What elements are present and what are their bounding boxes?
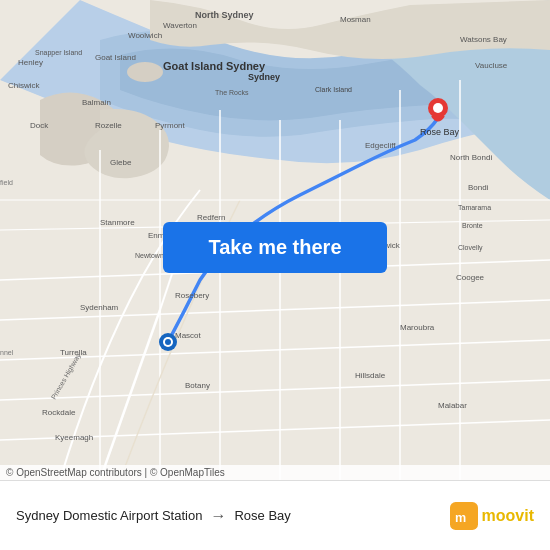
svg-text:Stanmore: Stanmore bbox=[100, 218, 135, 227]
svg-text:Vaucluse: Vaucluse bbox=[475, 61, 508, 70]
svg-text:North Bondi: North Bondi bbox=[450, 153, 492, 162]
svg-text:Mascot: Mascot bbox=[175, 331, 202, 340]
svg-text:Hillsdale: Hillsdale bbox=[355, 371, 386, 380]
svg-text:Glebe: Glebe bbox=[110, 158, 132, 167]
route-arrow-icon: → bbox=[210, 507, 226, 525]
app-container: North Sydney Woolwich Mosman Watsons Bay… bbox=[0, 0, 550, 550]
map-area: North Sydney Woolwich Mosman Watsons Bay… bbox=[0, 0, 550, 480]
svg-text:Watsons Bay: Watsons Bay bbox=[460, 35, 507, 44]
svg-text:Henley: Henley bbox=[18, 58, 43, 67]
svg-text:Mosman: Mosman bbox=[340, 15, 371, 24]
svg-text:Bondi: Bondi bbox=[468, 183, 489, 192]
svg-text:Rozelle: Rozelle bbox=[95, 121, 122, 130]
svg-text:Balmain: Balmain bbox=[82, 98, 111, 107]
take-me-there-button[interactable]: Take me there bbox=[163, 222, 387, 273]
svg-text:Rosebery: Rosebery bbox=[175, 291, 209, 300]
destination-label: Rose Bay bbox=[234, 508, 290, 523]
svg-text:North Sydney: North Sydney bbox=[195, 10, 254, 20]
route-info: Sydney Domestic Airport Station → Rose B… bbox=[16, 507, 450, 525]
svg-text:Woolwich: Woolwich bbox=[128, 31, 162, 40]
svg-text:Pyrmont: Pyrmont bbox=[155, 121, 186, 130]
svg-text:Botany: Botany bbox=[185, 381, 210, 390]
svg-text:field: field bbox=[0, 179, 13, 186]
svg-text:m: m bbox=[454, 510, 465, 524]
svg-text:Malabar: Malabar bbox=[438, 401, 467, 410]
svg-point-67 bbox=[127, 62, 163, 82]
moovit-logo: m moovit bbox=[450, 502, 534, 530]
svg-text:Maroubra: Maroubra bbox=[400, 323, 435, 332]
svg-text:Bronte: Bronte bbox=[462, 222, 483, 229]
svg-point-22 bbox=[165, 339, 171, 345]
svg-text:Clovelly: Clovelly bbox=[458, 244, 483, 252]
svg-text:Newtown: Newtown bbox=[135, 252, 164, 259]
svg-text:Clark Island: Clark Island bbox=[315, 86, 352, 93]
svg-text:Kyeemagh: Kyeemagh bbox=[55, 433, 93, 442]
svg-text:Coogee: Coogee bbox=[456, 273, 485, 282]
svg-text:Chiswick: Chiswick bbox=[8, 81, 41, 90]
svg-text:Rose Bay: Rose Bay bbox=[420, 127, 460, 137]
svg-text:Redfern: Redfern bbox=[197, 213, 225, 222]
svg-text:Dock: Dock bbox=[30, 121, 49, 130]
bottom-bar: Sydney Domestic Airport Station → Rose B… bbox=[0, 480, 550, 550]
svg-text:Sydney: Sydney bbox=[248, 72, 280, 82]
svg-text:Snapper Island: Snapper Island bbox=[35, 49, 82, 57]
svg-point-19 bbox=[433, 103, 443, 113]
svg-text:Waverton: Waverton bbox=[163, 21, 197, 30]
map-attribution: © OpenStreetMap contributors | © OpenMap… bbox=[0, 465, 550, 480]
svg-text:Edgecliff: Edgecliff bbox=[365, 141, 396, 150]
svg-text:Tamarama: Tamarama bbox=[458, 204, 491, 211]
moovit-text: moovit bbox=[482, 507, 534, 525]
moovit-icon: m bbox=[450, 502, 478, 530]
svg-text:Rockdale: Rockdale bbox=[42, 408, 76, 417]
origin-label: Sydney Domestic Airport Station bbox=[16, 508, 202, 523]
svg-text:nnel: nnel bbox=[0, 349, 14, 356]
goat-island-label: Goat Island Sydney bbox=[163, 60, 265, 72]
svg-text:Sydenham: Sydenham bbox=[80, 303, 119, 312]
svg-text:Goat Island: Goat Island bbox=[95, 53, 136, 62]
svg-text:The Rocks: The Rocks bbox=[215, 89, 249, 96]
